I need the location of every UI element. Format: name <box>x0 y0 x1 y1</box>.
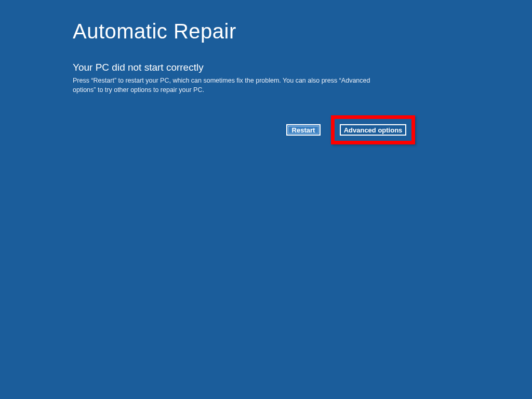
page-title: Automatic Repair <box>73 20 532 43</box>
error-subtitle: Your PC did not start correctly <box>73 62 532 73</box>
button-row: Restart Advanced options <box>73 115 532 144</box>
recovery-screen: Automatic Repair Your PC did not start c… <box>0 0 532 144</box>
restart-button[interactable]: Restart <box>286 124 321 136</box>
advanced-options-button[interactable]: Advanced options <box>340 124 406 136</box>
highlight-annotation: Advanced options <box>331 115 415 144</box>
error-description: Press “Restart” to restart your PC, whic… <box>73 76 395 95</box>
